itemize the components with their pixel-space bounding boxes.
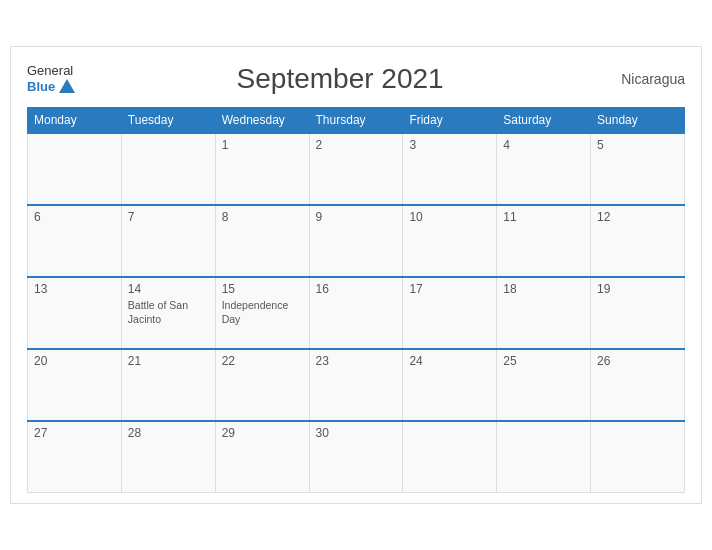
weekday-header-row: MondayTuesdayWednesdayThursdayFridaySatu… <box>28 107 685 133</box>
day-number: 19 <box>597 282 678 296</box>
calendar-day-cell: 20 <box>28 349 122 421</box>
calendar-day-cell: 11 <box>497 205 591 277</box>
day-number: 5 <box>597 138 678 152</box>
day-number: 18 <box>503 282 584 296</box>
calendar-title: September 2021 <box>75 63 605 95</box>
calendar-day-cell: 5 <box>591 133 685 205</box>
day-number: 1 <box>222 138 303 152</box>
calendar-tbody: 1234567891011121314Battle of San Jacinto… <box>28 133 685 493</box>
calendar-day-cell: 26 <box>591 349 685 421</box>
day-number: 16 <box>316 282 397 296</box>
calendar-day-cell <box>591 421 685 493</box>
weekday-header-cell: Wednesday <box>215 107 309 133</box>
logo: General Blue <box>27 63 75 94</box>
calendar-day-cell: 30 <box>309 421 403 493</box>
calendar-day-cell: 24 <box>403 349 497 421</box>
logo-general-text: General <box>27 63 73 79</box>
day-number: 24 <box>409 354 490 368</box>
calendar-week-row: 27282930 <box>28 421 685 493</box>
day-number: 30 <box>316 426 397 440</box>
day-number: 7 <box>128 210 209 224</box>
calendar-day-cell: 12 <box>591 205 685 277</box>
calendar-container: General Blue September 2021 Nicaragua Mo… <box>10 46 702 505</box>
day-number: 13 <box>34 282 115 296</box>
calendar-day-cell: 28 <box>121 421 215 493</box>
calendar-day-cell: 16 <box>309 277 403 349</box>
weekday-header-cell: Tuesday <box>121 107 215 133</box>
day-event: Battle of San Jacinto <box>128 299 188 326</box>
calendar-day-cell <box>121 133 215 205</box>
weekday-header-cell: Sunday <box>591 107 685 133</box>
day-number: 3 <box>409 138 490 152</box>
day-number: 11 <box>503 210 584 224</box>
day-number: 15 <box>222 282 303 296</box>
calendar-day-cell <box>28 133 122 205</box>
calendar-day-cell <box>497 421 591 493</box>
day-number: 21 <box>128 354 209 368</box>
calendar-day-cell: 13 <box>28 277 122 349</box>
weekday-header-cell: Monday <box>28 107 122 133</box>
calendar-day-cell: 23 <box>309 349 403 421</box>
calendar-day-cell: 22 <box>215 349 309 421</box>
calendar-day-cell: 21 <box>121 349 215 421</box>
day-number: 12 <box>597 210 678 224</box>
calendar-day-cell: 18 <box>497 277 591 349</box>
calendar-week-row: 6789101112 <box>28 205 685 277</box>
calendar-day-cell: 8 <box>215 205 309 277</box>
calendar-day-cell: 9 <box>309 205 403 277</box>
day-number: 23 <box>316 354 397 368</box>
calendar-day-cell: 29 <box>215 421 309 493</box>
day-number: 2 <box>316 138 397 152</box>
day-number: 8 <box>222 210 303 224</box>
calendar-day-cell: 15Independence Day <box>215 277 309 349</box>
day-number: 26 <box>597 354 678 368</box>
logo-blue-text: Blue <box>27 79 55 95</box>
day-number: 25 <box>503 354 584 368</box>
calendar-day-cell: 14Battle of San Jacinto <box>121 277 215 349</box>
logo-triangle-icon <box>59 79 75 93</box>
day-number: 22 <box>222 354 303 368</box>
day-number: 17 <box>409 282 490 296</box>
calendar-day-cell: 25 <box>497 349 591 421</box>
day-number: 6 <box>34 210 115 224</box>
calendar-day-cell: 4 <box>497 133 591 205</box>
calendar-grid: MondayTuesdayWednesdayThursdayFridaySatu… <box>27 107 685 494</box>
calendar-week-row: 1314Battle of San Jacinto15Independence … <box>28 277 685 349</box>
weekday-header-cell: Saturday <box>497 107 591 133</box>
calendar-day-cell: 7 <box>121 205 215 277</box>
calendar-week-row: 20212223242526 <box>28 349 685 421</box>
calendar-day-cell: 17 <box>403 277 497 349</box>
weekday-header-cell: Friday <box>403 107 497 133</box>
calendar-day-cell <box>403 421 497 493</box>
day-event: Independence Day <box>222 299 289 326</box>
calendar-country: Nicaragua <box>605 71 685 87</box>
calendar-day-cell: 27 <box>28 421 122 493</box>
calendar-day-cell: 6 <box>28 205 122 277</box>
day-number: 29 <box>222 426 303 440</box>
day-number: 9 <box>316 210 397 224</box>
day-number: 20 <box>34 354 115 368</box>
calendar-thead: MondayTuesdayWednesdayThursdayFridaySatu… <box>28 107 685 133</box>
calendar-header: General Blue September 2021 Nicaragua <box>27 63 685 95</box>
calendar-day-cell: 10 <box>403 205 497 277</box>
calendar-day-cell: 2 <box>309 133 403 205</box>
day-number: 28 <box>128 426 209 440</box>
calendar-day-cell: 3 <box>403 133 497 205</box>
day-number: 4 <box>503 138 584 152</box>
calendar-day-cell: 1 <box>215 133 309 205</box>
weekday-header-cell: Thursday <box>309 107 403 133</box>
calendar-day-cell: 19 <box>591 277 685 349</box>
calendar-week-row: 12345 <box>28 133 685 205</box>
day-number: 14 <box>128 282 209 296</box>
day-number: 10 <box>409 210 490 224</box>
day-number: 27 <box>34 426 115 440</box>
